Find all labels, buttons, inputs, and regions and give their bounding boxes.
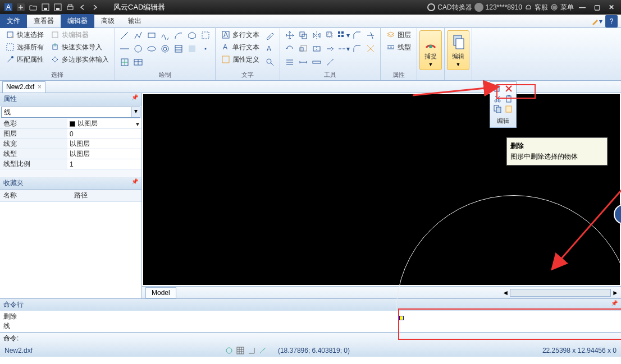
rotate-icon[interactable] [284, 43, 296, 55]
layer-button[interactable]: 图层 [384, 29, 413, 40]
style-icon[interactable]: ▾ [591, 15, 603, 27]
fillet-icon[interactable] [351, 43, 363, 55]
quick-select-button[interactable]: 快速选择 [3, 29, 46, 40]
edit-button[interactable]: 编辑▼ [447, 30, 469, 70]
donut-icon[interactable] [159, 43, 171, 55]
new-icon[interactable] [16, 2, 26, 12]
align-icon[interactable] [284, 56, 296, 68]
svg-rect-22 [189, 45, 195, 52]
minimize-button[interactable]: — [576, 3, 588, 11]
chamfer-icon[interactable] [351, 29, 363, 42]
svg-text:A: A [223, 31, 228, 39]
help-icon[interactable]: ? [605, 15, 618, 27]
redo-icon[interactable] [90, 2, 100, 12]
polyline-icon[interactable] [132, 29, 144, 42]
mirror-icon[interactable] [310, 29, 323, 42]
select-all-button[interactable]: 选择所有 [3, 42, 46, 53]
open-icon[interactable] [28, 2, 38, 12]
rect-icon[interactable] [145, 29, 158, 42]
prop-value[interactable]: 1 [67, 159, 141, 169]
calc-icon[interactable] [324, 56, 336, 68]
service-button[interactable]: 客服 [524, 3, 548, 12]
status-dims: 22.25398 x 12.94456 x 0 [542, 347, 617, 354]
floating-button[interactable] [614, 204, 621, 224]
array-icon[interactable]: ▾ [337, 29, 350, 42]
prop-value[interactable]: 0 [67, 129, 141, 139]
trim-icon[interactable] [364, 29, 377, 42]
model-tab[interactable]: Model [145, 287, 176, 298]
circle-icon[interactable] [132, 43, 144, 55]
tab-viewer[interactable]: 查看器 [27, 14, 61, 28]
mtext-button[interactable]: A多行文本 [219, 29, 262, 40]
measure-icon[interactable] [310, 56, 323, 68]
user-info[interactable]: 123****8910 [474, 3, 522, 12]
command-title: 命令行 [3, 300, 24, 310]
convert-button[interactable]: CAD转换器 [427, 3, 472, 12]
break-icon[interactable]: ▾ [337, 43, 350, 55]
menu-button[interactable]: 菜单 [550, 3, 574, 12]
scale-icon[interactable] [297, 43, 309, 55]
extend-icon[interactable] [324, 43, 336, 55]
group-select: 快速选择 选择所有 匹配属性 块编辑器 快速实体导入 多边形实体输入 选择 [0, 28, 115, 80]
prop-value[interactable]: 以图层 [67, 139, 141, 149]
insert-icon[interactable] [118, 56, 131, 68]
svg-rect-15 [148, 33, 155, 38]
close-button[interactable]: ✕ [605, 3, 618, 11]
block-icon[interactable] [186, 43, 198, 55]
offset-icon[interactable] [324, 29, 336, 42]
stext-button[interactable]: A单行文本 [219, 42, 262, 53]
print-icon[interactable] [65, 2, 75, 12]
dim-icon[interactable] [297, 56, 309, 68]
pin-icon[interactable]: 📌 [131, 178, 138, 188]
tab-file[interactable]: 文件 [0, 14, 27, 28]
object-input[interactable] [2, 107, 131, 117]
move-icon[interactable] [284, 29, 296, 42]
svg-rect-6 [56, 8, 60, 10]
drawing-canvas[interactable] [143, 94, 620, 285]
close-tab-icon[interactable]: × [38, 83, 42, 91]
find-text-icon[interactable] [264, 56, 276, 68]
undo-icon[interactable] [77, 2, 88, 12]
snap-button[interactable]: 捕捉▼ [419, 30, 442, 70]
pin-icon[interactable]: 📌 [131, 94, 138, 104]
status-mode-icons[interactable] [225, 347, 267, 354]
point-icon[interactable] [199, 43, 212, 55]
copy-icon[interactable] [297, 29, 309, 42]
paste-special-icon[interactable] [504, 104, 513, 113]
attdef-button[interactable]: 属性定义 [219, 54, 262, 65]
spline-icon[interactable] [159, 29, 171, 42]
stretch-icon[interactable] [310, 43, 323, 55]
region-icon[interactable] [199, 29, 212, 42]
tab-output[interactable]: 输出 [121, 14, 148, 28]
polygon-icon[interactable] [186, 29, 198, 42]
block-editor-button[interactable]: 块编辑器 [48, 29, 111, 40]
prop-value[interactable]: 以图层 [67, 149, 141, 159]
maximize-button[interactable]: ▢ [591, 3, 603, 11]
arc-icon[interactable] [172, 29, 185, 42]
linetype-button[interactable]: 线型 [384, 42, 413, 53]
copy2-icon[interactable] [493, 104, 502, 113]
polygon-import-button[interactable]: 多边形实体输入 [48, 54, 111, 65]
match-props-button[interactable]: 匹配属性 [3, 54, 46, 65]
document-tab[interactable]: New2.dxf× [2, 81, 45, 93]
object-combo[interactable]: ▾ [1, 107, 140, 118]
text-style-icon[interactable]: A [264, 43, 276, 55]
svg-point-51 [495, 100, 497, 102]
edit-text-icon[interactable] [264, 29, 276, 42]
save-icon[interactable] [40, 2, 51, 12]
ortho-mode-icon [248, 347, 255, 354]
ellipse-icon[interactable] [145, 43, 158, 55]
xline-icon[interactable] [118, 43, 131, 55]
line-icon[interactable] [118, 29, 131, 42]
table-icon[interactable] [132, 56, 144, 68]
fast-import-button[interactable]: 快速实体导入 [48, 42, 111, 53]
saveas-icon[interactable] [53, 2, 63, 12]
hatch-icon[interactable] [172, 43, 185, 55]
tab-editor[interactable]: 编辑器 [61, 14, 94, 28]
explode-icon[interactable] [364, 43, 377, 55]
prop-value-color[interactable]: 以图层▾ [67, 119, 141, 128]
svg-rect-41 [301, 45, 307, 51]
chevron-down-icon[interactable]: ▾ [131, 107, 140, 117]
svg-point-19 [162, 45, 168, 52]
tab-advanced[interactable]: 高级 [94, 14, 121, 28]
